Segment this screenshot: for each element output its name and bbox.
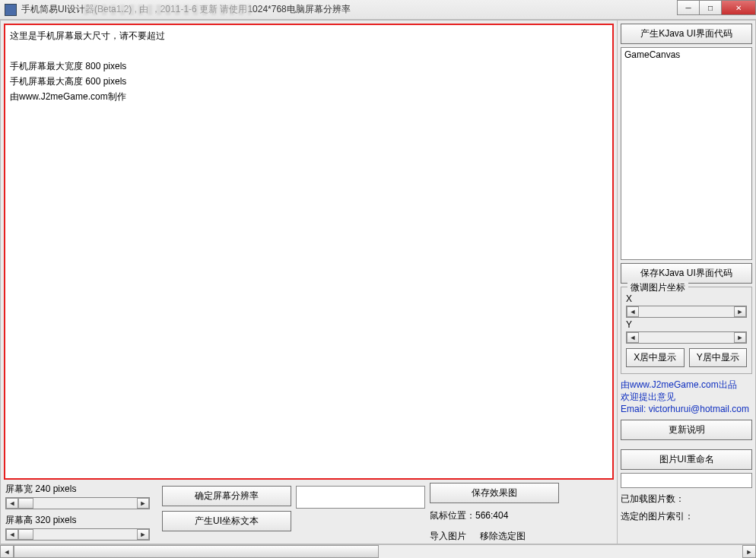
x-axis-label: X: [626, 293, 747, 304]
loaded-count-label: 已加载图片数：: [621, 491, 752, 506]
canvas-blank-line: [10, 43, 608, 59]
close-button[interactable]: ✕: [721, 0, 756, 15]
side-column: 产生KJava UI界面代码 GameCanvas 保存KJava UI界面代码…: [617, 21, 755, 544]
maximize-button[interactable]: □: [699, 0, 722, 15]
minimize-button[interactable]: ─: [677, 0, 700, 15]
scroll-track[interactable]: [18, 529, 137, 540]
feedback-link[interactable]: 欢迎提出意见: [621, 392, 675, 402]
confirm-resolution-button[interactable]: 确定屏幕分辨率: [162, 486, 291, 506]
content-area: 这里是手机屏幕最大尺寸，请不要超过 手机屏幕最大宽度 800 pixels 手机…: [0, 20, 756, 544]
list-item[interactable]: GameCanvas: [624, 49, 748, 60]
credit-block: 由www.J2meGame.com出品 欢迎提出意见 Email: victor…: [621, 377, 752, 417]
scroll-left-icon[interactable]: ◄: [627, 332, 639, 343]
email-label: Email:: [621, 404, 649, 414]
fine-tune-fieldset: 微调图片坐标 X ◄ ► Y ◄ ► X居中显示 Y居中显示: [621, 287, 752, 374]
screen-height-label: 屏幕高: [5, 514, 33, 527]
app-horizontal-scrollbar[interactable]: ◄ ►: [0, 544, 756, 558]
scroll-track[interactable]: [18, 498, 137, 509]
preview-box: [296, 486, 425, 509]
screen-width-label: 屏幕宽: [5, 483, 33, 496]
titlebar: 手机简易UI设计器(Beta1.2) , 由 ，2011-1-6 更新 请使用1…: [0, 0, 756, 20]
update-notes-button[interactable]: 更新说明: [621, 420, 752, 440]
screen-width-scroll[interactable]: ◄ ►: [5, 497, 150, 509]
save-result-button[interactable]: 保存效果图: [430, 483, 559, 503]
component-list[interactable]: GameCanvas: [621, 47, 752, 260]
scroll-left-icon[interactable]: ◄: [6, 498, 18, 509]
scroll-track[interactable]: [639, 306, 734, 317]
selected-index-label: 选定的图片索引：: [621, 509, 752, 523]
preview-block: [296, 483, 425, 509]
canvas-credit-line: 由www.J2meGame.com制作: [10, 89, 608, 104]
screen-width-value: 240 pixels: [35, 483, 76, 494]
mouse-pos-label: 鼠标位置：: [430, 510, 475, 521]
import-image-action[interactable]: 导入图片: [430, 530, 466, 543]
email-link[interactable]: victorhurui@hotmail.com: [649, 404, 749, 414]
design-canvas[interactable]: 这里是手机屏幕最大尺寸，请不要超过 手机屏幕最大宽度 800 pixels 手机…: [4, 24, 614, 480]
title-blur-region: [84, 5, 251, 15]
screen-height-scroll[interactable]: ◄ ►: [5, 528, 150, 541]
y-center-button[interactable]: Y居中显示: [689, 348, 748, 367]
generate-coord-text-button[interactable]: 产生UI坐标文本: [162, 511, 291, 531]
scroll-left-icon[interactable]: ◄: [0, 545, 14, 558]
x-fine-scroll[interactable]: ◄ ►: [626, 306, 747, 318]
save-code-button[interactable]: 保存KJava UI界面代码: [621, 263, 752, 284]
app-icon: [5, 4, 17, 16]
scroll-right-icon[interactable]: ►: [734, 306, 746, 317]
canvas-max-width-line: 手机屏幕最大宽度 800 pixels: [10, 59, 608, 74]
x-center-button[interactable]: X居中显示: [626, 348, 685, 367]
canvas-max-height-line: 手机屏幕最大高度 600 pixels: [10, 74, 608, 89]
canvas-info-line: 这里是手机屏幕最大尺寸，请不要超过: [10, 28, 608, 43]
canvas-column: 这里是手机屏幕最大尺寸，请不要超过 手机屏幕最大宽度 800 pixels 手机…: [1, 21, 617, 544]
rename-image-button[interactable]: 图片UI重命名: [621, 449, 752, 470]
bottom-panel: 屏幕宽 240 pixels ◄ ► 屏幕高 320 pixels ◄ ►: [4, 480, 614, 543]
scroll-thumb[interactable]: [14, 545, 379, 558]
scroll-thumb[interactable]: [18, 529, 33, 540]
scroll-left-icon[interactable]: ◄: [627, 306, 639, 317]
scroll-track[interactable]: [639, 332, 734, 343]
remove-selected-action[interactable]: 移除选定图: [480, 530, 526, 543]
scroll-right-icon[interactable]: ►: [742, 545, 756, 558]
scroll-track[interactable]: [14, 545, 742, 558]
scroll-right-icon[interactable]: ►: [734, 332, 746, 343]
scroll-right-icon[interactable]: ►: [137, 498, 149, 509]
scroll-thumb[interactable]: [18, 498, 33, 509]
rename-input[interactable]: [621, 473, 752, 488]
dimension-block: 屏幕宽 240 pixels ◄ ► 屏幕高 320 pixels ◄ ►: [5, 483, 157, 541]
generate-code-button[interactable]: 产生KJava UI界面代码: [621, 24, 752, 44]
screen-height-value: 320 pixels: [35, 515, 76, 525]
fine-tune-legend: 微调图片坐标: [627, 281, 688, 294]
credit-link[interactable]: 由www.J2meGame.com出品: [621, 379, 737, 390]
window-controls: ─ □ ✕: [678, 0, 756, 15]
y-axis-label: Y: [626, 319, 747, 330]
y-fine-scroll[interactable]: ◄ ►: [626, 331, 747, 344]
scroll-right-icon[interactable]: ►: [137, 529, 149, 540]
save-actions-block: 保存效果图 鼠标位置：566:404 导入图片 移除选定图: [430, 483, 559, 543]
resolution-buttons: 确定屏幕分辨率 产生UI坐标文本: [162, 483, 291, 531]
mouse-pos-value: 566:404: [475, 510, 508, 521]
scroll-left-icon[interactable]: ◄: [6, 529, 18, 540]
